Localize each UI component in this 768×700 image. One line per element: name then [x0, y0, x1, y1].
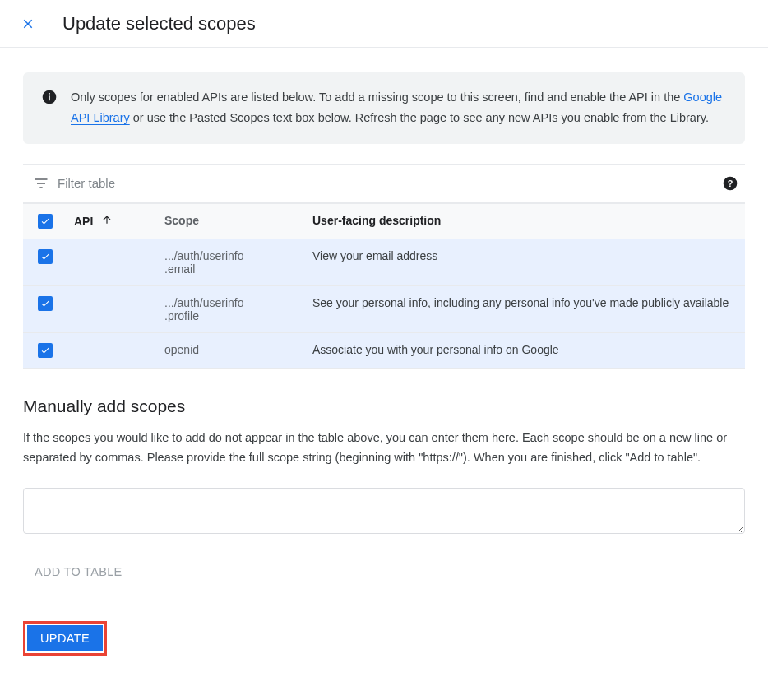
col-api[interactable]: API: [67, 203, 158, 239]
row-scope: .../auth/userinfo.email: [158, 239, 306, 285]
row-scope: .../auth/userinfo.profile: [158, 285, 306, 332]
col-desc[interactable]: User-facing description: [306, 203, 745, 239]
row-checkbox[interactable]: [38, 343, 53, 358]
banner-text-before: Only scopes for enabled APIs are listed …: [71, 90, 683, 104]
row-checkbox[interactable]: [38, 296, 53, 311]
row-api: [67, 239, 158, 285]
close-icon[interactable]: [16, 12, 39, 35]
row-api: [67, 332, 158, 368]
table-header-row: API Scope User-facing description: [23, 203, 745, 239]
table-row: openidAssociate you with your personal i…: [23, 332, 745, 368]
col-api-label: API: [74, 215, 93, 228]
svg-rect-1: [49, 95, 50, 100]
row-desc: Associate you with your personal info on…: [306, 332, 745, 368]
manual-desc: If the scopes you would like to add do n…: [23, 428, 745, 468]
row-checkbox[interactable]: [38, 249, 53, 264]
select-all-checkbox[interactable]: [38, 214, 53, 229]
footer: UPDATE: [23, 621, 745, 656]
scopes-table: API Scope User-facing description .../au…: [23, 203, 745, 369]
col-scope-label: Scope: [164, 214, 199, 227]
svg-rect-2: [49, 93, 50, 95]
filter-row: ?: [23, 164, 745, 203]
row-scope: openid: [158, 332, 306, 368]
help-icon[interactable]: ?: [720, 175, 740, 192]
sort-asc-icon: [101, 214, 113, 228]
manual-scopes-input[interactable]: [23, 488, 745, 534]
svg-text:?: ?: [728, 178, 733, 188]
row-desc: View your email address: [306, 239, 745, 285]
table-row: .../auth/userinfo.profileSee your person…: [23, 285, 745, 332]
manual-scopes-section: Manually add scopes If the scopes you wo…: [23, 396, 745, 585]
info-icon: [41, 87, 71, 129]
col-scope[interactable]: Scope: [158, 203, 306, 239]
update-button-highlight: UPDATE: [23, 621, 107, 656]
banner-text: Only scopes for enabled APIs are listed …: [71, 87, 727, 129]
row-api: [67, 285, 158, 332]
page-title: Update selected scopes: [62, 13, 256, 35]
manual-title: Manually add scopes: [23, 396, 745, 416]
col-desc-label: User-facing description: [312, 214, 441, 227]
info-banner: Only scopes for enabled APIs are listed …: [23, 72, 745, 144]
filter-icon[interactable]: [28, 175, 54, 192]
table-row: .../auth/userinfo.emailView your email a…: [23, 239, 745, 285]
filter-input[interactable]: [54, 171, 720, 195]
row-desc: See your personal info, including any pe…: [306, 285, 745, 332]
banner-text-after: or use the Pasted Scopes text box below.…: [130, 111, 709, 124]
title-bar: Update selected scopes: [0, 0, 768, 48]
add-to-table-button[interactable]: ADD TO TABLE: [23, 559, 133, 585]
update-button[interactable]: UPDATE: [27, 625, 103, 651]
